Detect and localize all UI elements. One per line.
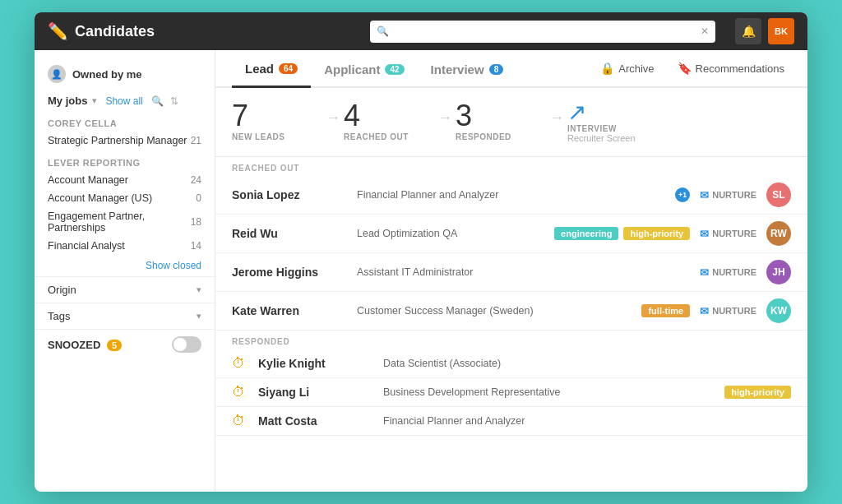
nurture-label: NURTURE xyxy=(712,229,756,238)
candidate-tags: full-time xyxy=(641,304,690,317)
new-leads-count: 7 xyxy=(232,101,248,131)
tag-full-time: full-time xyxy=(641,304,690,317)
candidate-role: Lead Optimization QA xyxy=(357,228,544,239)
nurture-button[interactable]: ✉ NURTURE xyxy=(700,305,756,317)
lead-badge: 64 xyxy=(279,63,298,74)
job-strategic-partnership[interactable]: Strategic Partnership Manager 21 xyxy=(35,132,215,150)
job-title: Account Manager xyxy=(48,174,128,186)
tab-lead[interactable]: Lead 64 xyxy=(232,50,311,88)
candidate-role: Data Scientist (Associate) xyxy=(383,358,781,369)
search-input[interactable] xyxy=(370,21,715,43)
body: 👤 Owned by me My jobs ▾ Show all 🔍 ⇅ COR… xyxy=(35,50,807,492)
candidate-row[interactable]: ⏱ Kylie Knight Data Scientist (Associate… xyxy=(215,349,807,378)
pipeline-arrow-3: → xyxy=(546,101,567,127)
candidate-name: Sonia Lopez xyxy=(232,188,347,201)
recommendations-label: Recommendations xyxy=(696,62,784,75)
nurture-icon: ✉ xyxy=(700,228,709,240)
tab-label: Interview xyxy=(431,62,484,76)
pencil-icon: ✏️ xyxy=(48,21,68,41)
show-closed-link[interactable]: Show closed xyxy=(35,255,215,276)
nurture-button[interactable]: ✉ NURTURE xyxy=(700,266,756,279)
job-account-manager[interactable]: Account Manager 24 xyxy=(35,171,215,189)
owned-label: Owned by me xyxy=(72,68,142,81)
interview-arrow-icon: ↗ xyxy=(567,101,586,124)
my-jobs-label: My jobs xyxy=(48,95,87,107)
job-count: 18 xyxy=(191,216,201,228)
recommendations-button[interactable]: 🔖 Recommendations xyxy=(671,58,791,78)
owned-by-me[interactable]: 👤 Owned by me xyxy=(35,60,215,91)
app-logo: ✏️ Candidates xyxy=(48,21,155,41)
chevron-down-icon: ▾ xyxy=(197,284,201,295)
interview-label: INTERVIEW xyxy=(567,124,617,133)
show-all-link[interactable]: Show all xyxy=(105,95,142,107)
responded-clock-icon: ⏱ xyxy=(232,356,248,371)
candidate-name: Jerome Higgins xyxy=(232,266,347,279)
candidate-role: Financial Planner and Analyzer xyxy=(357,189,665,201)
responded-section-label: RESPONDED xyxy=(215,331,807,349)
tabs-bar: Lead 64 Applicant 42 Interview 8 🔒 Archi… xyxy=(215,50,807,88)
pipeline-interview: ↗ INTERVIEW Recruiter Screen xyxy=(567,101,658,143)
snoozed-toggle[interactable] xyxy=(172,336,201,353)
app-title: Candidates xyxy=(75,23,155,40)
search-jobs-icon[interactable]: 🔍 xyxy=(151,95,164,107)
chevron-down-icon: ▾ xyxy=(92,95,97,106)
tab-label: Lead xyxy=(245,62,274,76)
job-title: Engagement Partner, Partnerships xyxy=(48,210,191,234)
job-financial-analyst[interactable]: Financial Analyst 14 xyxy=(35,237,215,255)
responded-clock-icon: ⏱ xyxy=(232,385,248,400)
candidate-name: Siyang Li xyxy=(258,386,373,399)
user-avatar-button[interactable]: BK xyxy=(768,18,794,44)
tags-label: Tags xyxy=(48,310,70,322)
job-count: 14 xyxy=(191,240,201,252)
new-leads-label: NEW LEADS xyxy=(232,132,285,141)
job-engagement-partner[interactable]: Engagement Partner, Partnerships 18 xyxy=(35,207,215,237)
reached-out-count: 4 xyxy=(344,101,360,131)
nurture-button[interactable]: ✉ NURTURE xyxy=(700,189,756,201)
nurture-button[interactable]: ✉ NURTURE xyxy=(700,228,756,240)
tags-filter[interactable]: Tags ▾ xyxy=(35,303,215,329)
recommendations-icon: 🔖 xyxy=(678,62,692,75)
candidate-row[interactable]: Reid Wu Lead Optimization QA engineering… xyxy=(215,215,807,253)
responded-label: RESPONDED xyxy=(456,132,511,141)
section-lever-reporting: LEVER REPORTING xyxy=(35,150,215,171)
sidebar: 👤 Owned by me My jobs ▾ Show all 🔍 ⇅ COR… xyxy=(35,50,215,492)
candidate-row[interactable]: Jerome Higgins Assistant IT Administrato… xyxy=(215,253,807,292)
snoozed-label: SNOOZED 5 xyxy=(48,339,122,351)
archive-icon: 🔒 xyxy=(600,62,614,75)
candidate-row[interactable]: Sonia Lopez Financial Planner and Analyz… xyxy=(215,176,807,215)
candidate-avatar: JH xyxy=(766,260,791,284)
snoozed-row: SNOOZED 5 xyxy=(35,329,215,359)
job-title: Account Manager (US) xyxy=(48,192,152,204)
tab-applicant[interactable]: Applicant 42 xyxy=(311,51,417,86)
interview-badge: 8 xyxy=(489,64,504,75)
section-corey-cella: COREY CELLA xyxy=(35,110,215,132)
candidate-tags: +1 xyxy=(675,187,690,202)
candidate-role: Financial Planner and Analyzer xyxy=(383,415,781,427)
candidate-row[interactable]: ⏱ Siyang Li Business Development Represe… xyxy=(215,378,807,407)
applicant-badge: 42 xyxy=(385,64,404,75)
pipeline-reached-out: 4 REACHED OUT xyxy=(344,101,434,141)
candidate-avatar: KW xyxy=(766,298,791,323)
job-title: Strategic Partnership Manager xyxy=(48,135,187,146)
pipeline-new-leads: 7 NEW LEADS xyxy=(232,101,322,141)
origin-filter[interactable]: Origin ▾ xyxy=(35,276,215,303)
candidate-tags: high-priority xyxy=(724,386,791,399)
archive-button[interactable]: 🔒 Archive xyxy=(594,58,660,78)
candidate-role: Customer Success Manager (Sweden) xyxy=(357,305,632,317)
candidate-row[interactable]: Kate Warren Customer Success Manager (Sw… xyxy=(215,292,807,331)
candidates-list: REACHED OUT Sonia Lopez Financial Planne… xyxy=(215,157,807,492)
tab-interview[interactable]: Interview 8 xyxy=(418,51,517,86)
clear-search-icon[interactable]: ✕ xyxy=(701,25,709,37)
header: ✏️ Candidates 🔍 ✕ 🔔 BK xyxy=(35,12,807,50)
notifications-button[interactable]: 🔔 xyxy=(735,18,761,44)
candidate-tags: engineering high-priority xyxy=(554,227,690,240)
sort-icon[interactable]: ⇅ xyxy=(170,95,178,107)
main-content: Lead 64 Applicant 42 Interview 8 🔒 Archi… xyxy=(215,50,807,492)
candidate-row[interactable]: ⏱ Matt Costa Financial Planner and Analy… xyxy=(215,407,807,436)
tab-actions: 🔒 Archive 🔖 Recommendations xyxy=(594,58,791,78)
candidate-avatar: RW xyxy=(766,221,791,246)
archive-label: Archive xyxy=(618,62,654,75)
reached-out-section-label: REACHED OUT xyxy=(215,157,807,176)
nurture-label: NURTURE xyxy=(712,306,756,316)
job-account-manager-us[interactable]: Account Manager (US) 0 xyxy=(35,189,215,207)
